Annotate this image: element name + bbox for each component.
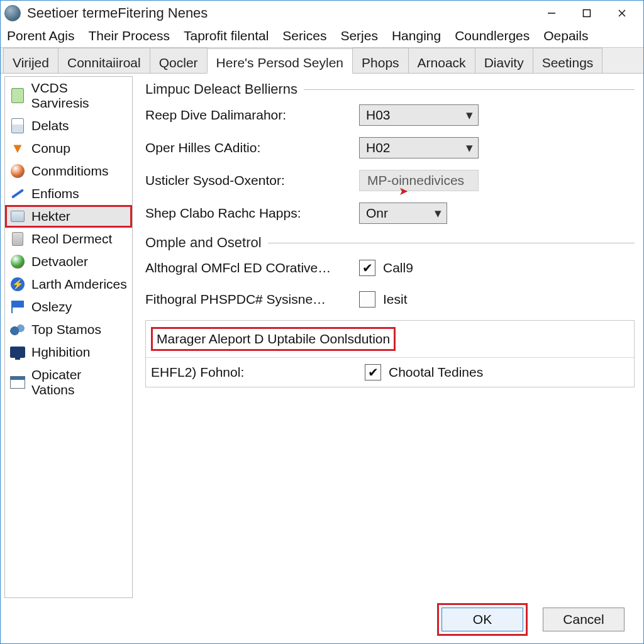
tabstrip: Virijed Connitaiiroal Qocler Here's Pers… (1, 47, 643, 74)
sidebar-item-label: Hghibition (31, 345, 90, 360)
menu-item[interactable]: Taprofit filental (184, 28, 269, 43)
tab-active[interactable]: Here's Persod Seylen (207, 48, 353, 74)
content-pane: Limpuc Deleact Bellierns Reep Dive Dalim… (133, 74, 643, 598)
tab[interactable]: Phops (352, 48, 409, 73)
gears-icon (10, 322, 25, 337)
globe-arrow-icon (10, 254, 25, 269)
sidebar-item-label: Oslezy (31, 299, 72, 314)
combo-value: H03 (366, 108, 451, 123)
ok-highlight: OK (437, 603, 528, 636)
sidebar-item[interactable]: VCDS Sarviresis (5, 77, 132, 114)
menu-item[interactable]: Serices (282, 28, 326, 43)
form-row: Shep Clabo Rachc Happs: Onr ▾ (145, 202, 635, 225)
checkbox-label: Chootal Tedines (389, 365, 483, 380)
group-title: Limpuc Deleact Bellierns (145, 81, 297, 97)
flag-icon (10, 299, 25, 314)
field-label: EHFL2) Fohnol: (151, 365, 365, 380)
sidebar-item-label: Delats (31, 118, 69, 133)
checkbox-fithogral[interactable] (359, 291, 375, 308)
trash-icon (10, 231, 25, 247)
tab[interactable]: Qocler (150, 48, 208, 73)
sidebar: VCDS Sarviresis Delats ▼Conup Conmditiom… (4, 76, 133, 598)
chevron-down-icon: ▾ (435, 206, 441, 221)
svg-rect-1 (584, 10, 591, 17)
sidebar-item[interactable]: Detvaoler (5, 250, 132, 273)
menu-item[interactable]: Hanging (392, 28, 441, 43)
sidebar-item-label: Enfioms (31, 186, 79, 201)
menu-item[interactable]: Oepails (543, 28, 588, 43)
tab-label: Arnoack (418, 55, 466, 70)
combo-shep-clabo[interactable]: Onr ▾ (359, 203, 447, 224)
button-label: Cancel (563, 612, 604, 627)
sidebar-item-selected[interactable]: Hekter (5, 205, 132, 228)
dialog-window: Seetioer termeFitering Nenes Porent Agis… (0, 0, 644, 644)
button-label: OK (473, 612, 492, 627)
field-label: Marager Aleport D Uptabile Oonlsdution (157, 331, 390, 346)
menu-item[interactable]: Porent Agis (7, 28, 74, 43)
bolt-icon: ⚡ (10, 277, 25, 292)
sidebar-item[interactable]: ▼Conup (5, 137, 132, 160)
highlighted-label: Marager Aleport D Uptabile Oonlsdution (151, 327, 396, 351)
app-icon (4, 5, 21, 21)
sidebar-item[interactable]: ⚡Larth Amderices (5, 273, 132, 296)
maximize-button[interactable] (569, 3, 604, 23)
tab[interactable]: Diavity (475, 48, 533, 73)
combo-oper-hilles[interactable]: H02 ▾ (359, 137, 479, 158)
sidebar-item[interactable]: Hghibition (5, 341, 132, 364)
sidebar-item[interactable]: Top Stamos (5, 318, 132, 341)
field-label: Althogral OMFcl ED COrative… (145, 260, 359, 275)
cancel-button[interactable]: Cancel (543, 608, 625, 631)
tab-label: Virijed (13, 55, 49, 70)
checkbox-althogral[interactable]: ✔ (359, 260, 375, 276)
field-label: Fithogral PHSPDC# Sysisne… (145, 292, 359, 307)
tab-label: Connitaiiroal (67, 55, 141, 70)
sidebar-item[interactable]: Reol Dermect (5, 228, 132, 250)
boxed-group: Marager Aleport D Uptabile Oonlsdution E… (145, 320, 635, 387)
combo-value: Onr (366, 206, 419, 221)
group-title: Omple and Osetrol (145, 235, 262, 251)
menu-item[interactable]: Serjes (340, 28, 378, 43)
footer: OK Cancel (1, 601, 643, 638)
tab[interactable]: Seetings (533, 48, 603, 73)
orange-v-icon: ▼ (10, 141, 25, 156)
checkbox-label: Iesit (383, 292, 408, 307)
sidebar-item[interactable]: Conmditioms (5, 160, 132, 182)
tab-label: Diavity (484, 55, 524, 70)
close-button[interactable] (604, 3, 640, 23)
menubar: Porent Agis Their Process Taprofit filen… (1, 26, 643, 47)
minimize-button[interactable] (534, 3, 569, 23)
sidebar-item[interactable]: Enfioms (5, 182, 132, 205)
chevron-down-icon: ▾ (466, 108, 473, 123)
combo-reep-dive[interactable]: H03 ▾ (359, 104, 479, 126)
sidebar-item-label: Detvaoler (31, 254, 88, 269)
field-label: Shep Clabo Rachc Happs: (145, 206, 359, 221)
combo-value: H02 (366, 140, 451, 155)
calculator-icon (10, 118, 25, 133)
card-icon (10, 209, 25, 224)
menu-item[interactable]: Their Process (88, 28, 170, 43)
tab-label: Phops (362, 55, 399, 70)
sidebar-item[interactable]: Oslezy (5, 296, 132, 318)
green-doc-icon (10, 88, 25, 103)
checkbox-ehfl[interactable]: ✔ (365, 364, 381, 380)
window-icon (10, 375, 25, 390)
tab-label: Qocler (159, 55, 198, 70)
sidebar-item[interactable]: Delats (5, 114, 132, 137)
form-row: Reep Dive Dalimarahor: H03 ▾ (145, 104, 635, 126)
tab[interactable]: Virijed (3, 48, 58, 73)
globe-swirl-icon (10, 164, 25, 179)
tab[interactable]: Arnoack (408, 48, 475, 73)
sidebar-item-label: Reol Dermect (31, 231, 112, 247)
check-row: Fithogral PHSPDC# Sysisne… Iesit (145, 289, 635, 310)
tab[interactable]: Connitaiiroal (58, 48, 150, 73)
divider (304, 89, 635, 90)
tab-label: Seetings (542, 55, 594, 70)
ok-button[interactable]: OK (441, 608, 523, 631)
menu-item[interactable]: Coundlerges (455, 28, 530, 43)
check-row: Althogral OMFcl ED COrative… ✔ Call9 (145, 257, 635, 279)
sidebar-item-label: Top Stamos (31, 322, 101, 337)
cursor-icon: ➤ (399, 184, 408, 198)
checkbox-label: Call9 (383, 260, 413, 275)
sidebar-item-label: VCDS Sarviresis (31, 80, 127, 111)
sidebar-item[interactable]: Opicater Vations (5, 364, 132, 401)
